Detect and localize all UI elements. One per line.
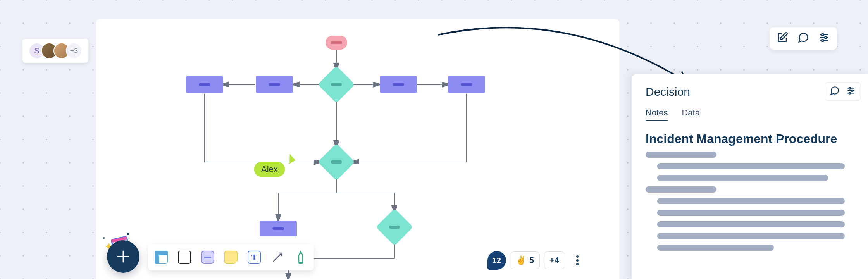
tab-data[interactable]: Data <box>682 108 699 121</box>
node-placeholder-bar <box>389 226 400 229</box>
details-side-panel: Decision Notes Data Incident Management … <box>632 74 868 279</box>
reaction-emoji-pill[interactable]: ✌️ 5 <box>510 251 540 269</box>
text-icon: T <box>248 251 261 264</box>
tab-notes[interactable]: Notes <box>646 108 668 121</box>
node-placeholder-bar <box>331 160 342 164</box>
panel-title: Decision <box>646 85 854 98</box>
svg-line-14 <box>273 254 281 262</box>
add-element-fab[interactable] <box>107 240 140 273</box>
pen-icon <box>295 250 307 265</box>
tool-card[interactable] <box>200 250 215 265</box>
panel-settings-button[interactable] <box>846 86 856 97</box>
comment-icon <box>797 32 809 43</box>
flowchart-start-node[interactable] <box>326 36 347 50</box>
svg-point-20 <box>825 37 827 39</box>
node-placeholder-bar <box>393 83 404 86</box>
flowchart-process-node-2[interactable] <box>256 76 293 93</box>
collaborator-cursor-label: Alex <box>254 162 285 177</box>
panel-note-body <box>646 152 854 251</box>
svg-point-11 <box>103 237 105 239</box>
flowchart-process-node-3[interactable] <box>380 76 417 93</box>
flowchart-edges <box>96 19 619 279</box>
node-placeholder-bar <box>331 83 342 86</box>
svg-point-10 <box>127 233 129 235</box>
node-placeholder-bar <box>272 227 284 230</box>
panel-tabs: Notes Data <box>646 108 854 121</box>
node-placeholder-bar <box>461 83 472 86</box>
node-placeholder-bar <box>331 41 342 44</box>
panel-actions <box>825 82 861 101</box>
reaction-emoji-count: 5 <box>529 255 534 265</box>
avatar-overflow[interactable]: +3 <box>66 43 82 59</box>
edit-button[interactable] <box>777 32 788 45</box>
tool-text[interactable]: T <box>246 250 262 265</box>
svg-point-19 <box>822 34 824 36</box>
tool-sticky-note[interactable] <box>223 250 239 265</box>
node-placeholder-bar <box>199 83 210 86</box>
reaction-more-pill[interactable]: +4 <box>544 251 565 269</box>
comment-icon <box>830 86 840 96</box>
presence-avatar-bar[interactable]: S +3 <box>22 39 88 63</box>
edit-icon <box>777 32 788 43</box>
panel-note-heading: Incident Management Procedure <box>646 132 854 146</box>
comment-button[interactable] <box>797 32 809 45</box>
svg-point-21 <box>822 40 824 41</box>
reactions-overflow-button[interactable] <box>569 252 586 269</box>
sliders-icon <box>818 32 830 43</box>
flowchart-process-node-5[interactable] <box>260 221 297 236</box>
peace-emoji-icon: ✌️ <box>516 255 526 265</box>
rectangle-icon <box>178 251 191 264</box>
flowchart-process-node-1[interactable] <box>186 76 223 93</box>
svg-point-26 <box>851 90 853 91</box>
arrow-icon <box>271 251 284 264</box>
flowchart-process-node-4[interactable] <box>448 76 485 93</box>
comment-count-bubble[interactable]: 12 <box>487 251 506 270</box>
svg-point-25 <box>849 87 851 89</box>
reactions-bar: 12 ✌️ 5 +4 <box>487 251 586 270</box>
shape-toolbar: T <box>148 244 314 270</box>
tool-rectangle[interactable] <box>177 250 192 265</box>
container-icon <box>155 251 168 264</box>
sliders-icon <box>846 86 856 96</box>
panel-comment-button[interactable] <box>830 86 840 97</box>
svg-rect-15 <box>299 262 303 264</box>
node-placeholder-bar <box>269 83 280 86</box>
plus-icon <box>116 250 130 264</box>
sticky-note-icon <box>224 251 238 264</box>
tool-container[interactable] <box>153 250 169 265</box>
svg-point-27 <box>849 92 851 94</box>
tool-pen[interactable] <box>293 250 308 265</box>
canvas-panel[interactable]: Alex 12 ✌️ 5 +4 <box>96 19 619 279</box>
page-actions-toolbar <box>770 27 837 50</box>
tool-connector[interactable] <box>270 250 285 265</box>
settings-button[interactable] <box>818 32 830 45</box>
card-icon <box>201 251 214 264</box>
